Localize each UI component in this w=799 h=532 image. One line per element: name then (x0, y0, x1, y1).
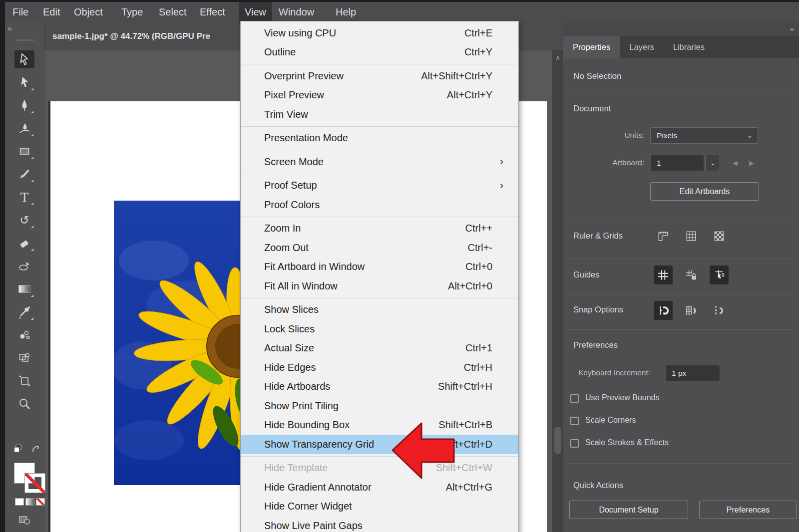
swap-fill-stroke-icon[interactable] (31, 444, 41, 454)
snap-to-grid-icon[interactable] (682, 301, 701, 320)
menu-item-show-print-tiling[interactable]: Show Print Tiling (241, 396, 518, 416)
menu-item-hide-edges[interactable]: Hide EdgesCtrl+H (241, 358, 518, 377)
scale-corners-checkbox[interactable] (570, 417, 579, 425)
zoom-tool[interactable] (14, 395, 34, 413)
menu-item-actual-size[interactable]: Actual SizeCtrl+1 (241, 339, 518, 358)
direct-selection-tool[interactable] (14, 73, 34, 91)
toolbar-grip-handle[interactable] (16, 39, 36, 41)
curvature-tool[interactable] (14, 119, 34, 137)
scroll-up-icon[interactable]: ∧ (552, 54, 563, 61)
menu-file[interactable]: File (12, 2, 28, 22)
menu-item-view-using-cpu[interactable]: View using CPUCtrl+E (241, 23, 518, 43)
menu-item-presentation-mode[interactable]: Presentation Mode (241, 129, 518, 148)
edit-artboards-button[interactable]: Edit Artboards (650, 182, 759, 201)
eyedropper-tool[interactable] (14, 303, 34, 321)
units-dropdown[interactable]: Pixels ⌄ (650, 127, 758, 144)
menu-item-hide-gradient-annotator[interactable]: Hide Gradient AnnotatorAlt+Ctrl+G (241, 478, 518, 497)
menu-item-hide-artboards[interactable]: Hide ArtboardsShift+Ctrl+H (241, 377, 518, 397)
show-guides-icon[interactable] (654, 266, 673, 284)
menu-item-label: Pixel Preview (264, 89, 324, 101)
snap-to-guides-icon[interactable] (710, 266, 729, 284)
shape-builder-tool[interactable] (14, 349, 34, 367)
scale-strokes-effects-row: Scale Strokes & Effects (563, 439, 793, 449)
menu-item-label: Hide Artboards (264, 381, 330, 392)
cloud-wisp (119, 241, 189, 280)
menu-item-label: View using CPU (264, 27, 336, 39)
selection-tool[interactable] (14, 50, 34, 68)
menu-item-zoom-in[interactable]: Zoom InCtrl++ (241, 219, 518, 239)
menu-type[interactable]: Type (121, 2, 143, 22)
menu-item-trim-view[interactable]: Trim View (241, 105, 518, 124)
menu-item-show-live-paint-gaps[interactable]: Show Live Paint Gaps (241, 516, 518, 532)
menu-item-proof-colors[interactable]: Proof Colors (241, 195, 518, 215)
menu-item-overprint-preview[interactable]: Overprint PreviewAlt+Shift+Ctrl+Y (241, 66, 518, 86)
menu-select[interactable]: Select (159, 2, 187, 22)
paintbrush-tool[interactable] (14, 165, 34, 183)
menu-help[interactable]: Help (336, 2, 356, 22)
vertical-scrollbar[interactable]: ∧ (552, 50, 563, 532)
artboard-tool[interactable] (14, 372, 34, 390)
preferences-button[interactable]: Preferences (699, 501, 797, 519)
menu-item-pixel-preview[interactable]: Pixel PreviewAlt+Ctrl+Y (241, 86, 518, 105)
menu-item-label: Fit Artboard in Window (264, 261, 365, 272)
menu-separator (241, 456, 518, 457)
next-artboard-icon[interactable]: ▶ (749, 155, 754, 171)
menu-effect[interactable]: Effect (200, 2, 225, 22)
draw-mode-icon[interactable] (18, 515, 31, 526)
menu-object[interactable]: Object (74, 2, 103, 22)
document-setup-button[interactable]: Document Setup (569, 501, 688, 519)
rotate-tool[interactable]: ↺ (14, 211, 34, 229)
grid-icon[interactable] (682, 227, 701, 246)
artboard-dropdown-button[interactable]: ⌄ (705, 155, 720, 171)
menu-item-fit-all-in-window[interactable]: Fit All in WindowAlt+Ctrl+0 (241, 276, 518, 296)
menu-item-show-transparency-grid[interactable]: Show Transparency GridShift+Ctrl+D (241, 435, 518, 454)
blend-tool[interactable] (14, 326, 34, 344)
menu-item-label: Trim View (264, 109, 308, 120)
type-tool[interactable]: T (14, 188, 34, 206)
document-tab[interactable]: sample-1.jpg* @ 44.72% (RGB/GPU Pre (52, 22, 210, 50)
lock-guides-icon[interactable] (682, 266, 701, 284)
tab-layers[interactable]: Layers (620, 36, 664, 58)
gradient-tool[interactable] (14, 280, 34, 298)
menu-item-zoom-out[interactable]: Zoom OutCtrl+- (241, 238, 518, 258)
pen-tool[interactable] (14, 96, 34, 114)
menu-view-active[interactable]: View (239, 2, 272, 22)
menu-item-proof-setup[interactable]: Proof Setup› (241, 176, 518, 196)
transparency-grid-icon[interactable] (710, 227, 729, 246)
paintbrush-icon (17, 167, 31, 181)
panel-collapse-icon[interactable]: » (790, 24, 794, 33)
menu-item-shortcut: Alt+Shift+Ctrl+Y (421, 70, 492, 82)
rectangle-tool[interactable] (14, 142, 34, 160)
previous-artboard-icon[interactable]: ◀ (733, 155, 738, 171)
selection-arrow-icon (17, 52, 31, 66)
gradient-button[interactable] (25, 498, 34, 506)
tab-properties[interactable]: Properties (563, 36, 620, 58)
color-button[interactable] (15, 498, 24, 506)
flyout-indicator (31, 134, 33, 136)
menu-item-show-slices[interactable]: Show Slices (241, 300, 518, 320)
menu-window[interactable]: Window (279, 2, 314, 22)
tab-libraries[interactable]: Libraries (664, 36, 714, 58)
menu-item-hide-bounding-box[interactable]: Hide Bounding BoxShift+Ctrl+B (241, 416, 518, 435)
snap-to-point-icon[interactable] (654, 301, 673, 320)
shaper-tool[interactable] (14, 257, 34, 275)
scale-strokes-effects-checkbox[interactable] (570, 439, 579, 448)
use-preview-bounds-checkbox[interactable] (570, 394, 579, 403)
eraser-tool[interactable] (14, 234, 34, 252)
menu-item-hide-corner-widget[interactable]: Hide Corner Widget (241, 497, 518, 517)
menu-edit[interactable]: Edit (43, 2, 60, 22)
menu-item-screen-mode[interactable]: Screen Mode› (241, 152, 518, 172)
magnifier-icon (17, 397, 31, 411)
none-button[interactable] (36, 498, 45, 506)
scrollbar-thumb[interactable] (554, 427, 561, 454)
corner-ruler-icon[interactable] (654, 227, 673, 246)
snap-to-pixel-icon[interactable] (710, 301, 729, 320)
keyboard-increment-input[interactable] (665, 365, 720, 381)
menu-separator (241, 217, 518, 217)
default-fill-stroke-icon[interactable] (13, 444, 24, 454)
menu-item-lock-slices[interactable]: Lock Slices (241, 319, 518, 339)
toolbar-expand-icon[interactable]: » (7, 24, 10, 32)
menu-item-outline[interactable]: OutlineCtrl+Y (241, 43, 518, 62)
artboard-number-input[interactable] (650, 155, 704, 171)
menu-item-fit-artboard-in-window[interactable]: Fit Artboard in WindowCtrl+0 (241, 258, 518, 277)
